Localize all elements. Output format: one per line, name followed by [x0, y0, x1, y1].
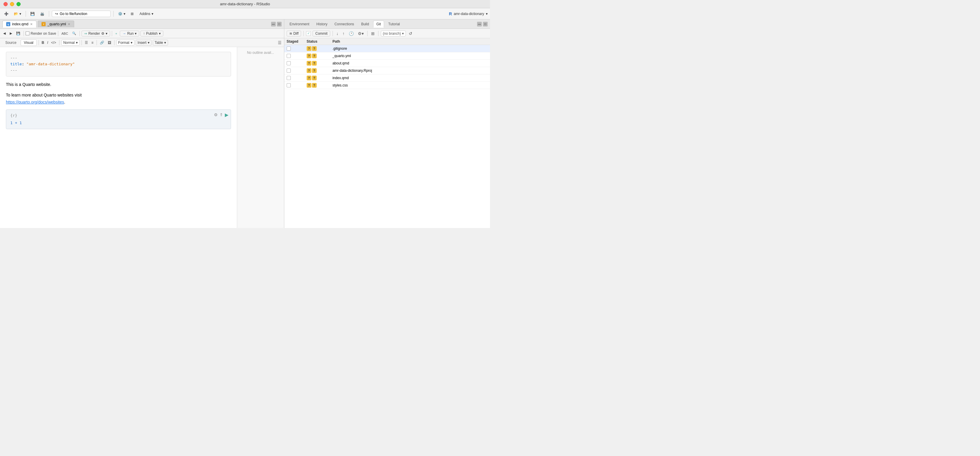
fmt-sep-4	[97, 40, 97, 45]
publish-button[interactable]: ↑ Publish ▾	[140, 30, 163, 37]
search-icon: 🔍	[72, 32, 76, 35]
branch-select[interactable]: (no branch) ▾	[381, 30, 406, 37]
chunk-run-button[interactable]: ▶	[225, 112, 228, 118]
grid-button[interactable]: ⊞	[129, 11, 135, 17]
titlebar: amr-data-dictionary - RStudio	[0, 0, 490, 8]
staged-checkbox-4[interactable]	[286, 68, 291, 73]
tab-connections[interactable]: Connections	[331, 21, 357, 27]
save-editor-button[interactable]: 💾	[15, 31, 22, 36]
close-tab-index[interactable]: ✕	[30, 22, 33, 26]
git-file-row[interactable]: ? ? amr-data-dictionary.Rproj	[284, 67, 490, 75]
run-button[interactable]: → Run ▾	[120, 30, 139, 37]
code-button[interactable]: </>	[50, 40, 57, 45]
editor-content[interactable]: --- title: "amr-data-dictionary" --- Thi…	[0, 47, 237, 228]
bold-button[interactable]: B	[41, 40, 46, 45]
project-label: R amr-data-dictionary ▾	[449, 11, 488, 16]
insert-button[interactable]: Insert ▾	[136, 40, 151, 46]
render-button[interactable]: ⇒ Render ⚙ ▾	[81, 30, 110, 37]
minimize-panel-btn[interactable]: —	[271, 22, 276, 27]
staged-checkbox-1[interactable]	[286, 46, 291, 51]
git-tabs: Environment History Connections Build Gi…	[284, 19, 490, 29]
col-status: Status	[307, 40, 330, 43]
panel-buttons: — □	[271, 22, 282, 27]
bullet-list-button[interactable]: ☰	[84, 40, 89, 45]
spell-check-button[interactable]: ABC	[60, 31, 70, 36]
git-settings-button[interactable]: ⚙▾	[357, 30, 365, 37]
maximize-button[interactable]	[16, 2, 21, 6]
pull-button[interactable]: ↓	[335, 30, 340, 37]
status-col: ? ?	[307, 46, 330, 51]
link-button[interactable]: 🔗	[99, 40, 105, 45]
tab-index-qmd[interactable]: q index.qmd ✕	[2, 21, 37, 28]
open-button[interactable]: 📂▾	[12, 11, 23, 17]
git-minimize-btn[interactable]: —	[477, 22, 482, 27]
refresh-git-button[interactable]: ↺	[407, 30, 414, 37]
ordered-list-button[interactable]: ≡	[90, 40, 95, 45]
tab-quarto-yml[interactable]: Y _quarto.yml ✕	[38, 21, 74, 27]
table-button[interactable]: Table ▾	[153, 40, 168, 46]
run-arrow-icon: →	[123, 32, 126, 36]
source-mode-label: Source	[5, 41, 16, 45]
italic-button[interactable]: I	[46, 40, 49, 45]
save-button[interactable]: 💾	[29, 11, 37, 17]
minimize-button[interactable]	[10, 2, 14, 6]
addins-button[interactable]: Addins ▾	[137, 11, 156, 17]
new-file-button[interactable]: ➕	[2, 11, 10, 17]
close-tab-quarto[interactable]: ✕	[68, 22, 70, 26]
stage-button[interactable]: ⊞	[370, 30, 376, 37]
chunk-settings-button[interactable]: ⚙	[214, 112, 218, 117]
branch-chevron-icon: ▾	[402, 32, 404, 36]
git-sep-3	[367, 31, 368, 36]
tab-git[interactable]: Git	[373, 21, 384, 28]
git-file-row[interactable]: ? ? _quarto.yml	[284, 52, 490, 60]
code-chunk[interactable]: ⚙ ⇑ ▶ {r} 1 + 1	[6, 110, 231, 129]
search-button[interactable]: 🔍	[71, 31, 78, 36]
close-button[interactable]	[3, 2, 8, 6]
staged-checkbox-2[interactable]	[286, 54, 291, 58]
tab-build[interactable]: Build	[358, 21, 372, 27]
git-file-row[interactable]: ? ? about.qmd	[284, 60, 490, 67]
maximize-panel-btn[interactable]: □	[277, 22, 282, 27]
history-button[interactable]: 🕐	[348, 30, 355, 37]
hamburger-button[interactable]: ☰	[278, 40, 282, 45]
insert-label: Insert	[138, 41, 146, 45]
format-dropdown[interactable]: Format ▾	[116, 40, 135, 46]
forward-button[interactable]: ▶	[8, 31, 14, 36]
diff-button[interactable]: ≋ Diff	[286, 30, 301, 37]
publish-label: Publish	[146, 32, 158, 36]
run-all-button[interactable]: +	[114, 31, 119, 36]
tab-history[interactable]: History	[313, 21, 330, 27]
tab-tutorial[interactable]: Tutorial	[385, 21, 403, 27]
git-panel: Environment History Connections Build Gi…	[284, 19, 490, 228]
col-staged: Staged	[286, 40, 304, 43]
go-to-file-button[interactable]: ↪ Go to file/function	[52, 11, 111, 17]
visual-mode-button[interactable]: Visual	[21, 40, 37, 46]
right-panel-btns: — □	[477, 22, 488, 27]
git-file-row[interactable]: ? ? .gitignore	[284, 45, 490, 52]
commit-button[interactable]: Commit	[313, 30, 330, 37]
staged-checkbox-6[interactable]	[286, 83, 291, 87]
chunk-run-above-button[interactable]: ⇑	[220, 112, 223, 117]
back-button[interactable]: ◀	[2, 31, 7, 36]
tab-environment[interactable]: Environment	[286, 21, 312, 27]
source-mode-button[interactable]: Source	[2, 40, 19, 46]
quarto-link[interactable]: https://quarto.org/docs/websites	[6, 100, 64, 105]
print-button[interactable]: 🖨️	[38, 11, 46, 17]
col-path: Path	[332, 40, 488, 43]
addins-label: Addins	[140, 12, 150, 16]
heading-select[interactable]: Normal ▾	[61, 40, 80, 46]
staged-checkbox-3[interactable]	[286, 61, 291, 65]
push-button[interactable]: ↑	[341, 30, 346, 37]
tools-button[interactable]: ⚙️▾	[116, 11, 127, 17]
staged-checkbox-5[interactable]	[286, 76, 291, 80]
git-file-row[interactable]: ? ? index.qmd	[284, 75, 490, 82]
image-button[interactable]: 🖼	[107, 40, 113, 45]
main-toolbar: ➕ 📂▾ 💾 🖨️ ↪ Go to file/function ⚙️▾ ⊞ Ad…	[0, 8, 490, 19]
git-file-row[interactable]: ? ? styles.css	[284, 82, 490, 89]
save-icon: 💾	[30, 12, 35, 16]
tools-icon: ⚙️	[118, 12, 123, 16]
editor-mode-toolbar: Source Visual B I </> Normal ▾ ☰ ≡	[0, 38, 284, 47]
render-on-save-checkbox[interactable]	[25, 32, 29, 35]
git-maximize-btn[interactable]: □	[483, 22, 488, 27]
git-header: Staged Status Path	[284, 38, 490, 45]
